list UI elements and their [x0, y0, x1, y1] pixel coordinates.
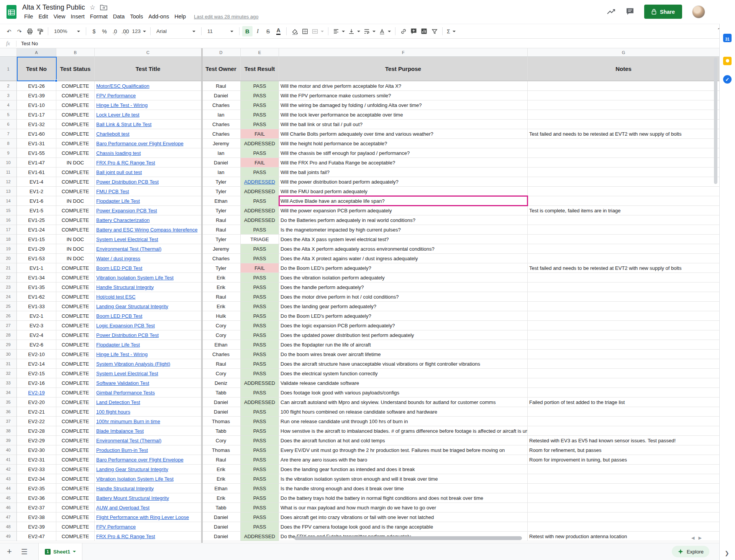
- cell-test-no[interactable]: EV2-1: [17, 311, 56, 321]
- row-number-35[interactable]: 35: [0, 397, 17, 407]
- insert-link-button[interactable]: [398, 26, 409, 36]
- cell-notes[interactable]: Failed portion of test added to the tria…: [528, 397, 719, 407]
- row-number-32[interactable]: 32: [0, 369, 17, 378]
- row-number-19[interactable]: 19: [0, 244, 17, 254]
- format-currency-button[interactable]: $: [89, 26, 99, 36]
- cell-test-result[interactable]: PASS: [241, 148, 279, 158]
- borders-button[interactable]: [300, 26, 310, 36]
- test-title-link[interactable]: 100hr minumum Burn in time: [96, 419, 160, 424]
- cell-test-no[interactable]: EV2-31: [17, 455, 56, 465]
- cell-test-status[interactable]: COMPLETE: [56, 302, 95, 311]
- bold-button[interactable]: B: [242, 26, 253, 36]
- cell-notes[interactable]: [528, 350, 719, 359]
- cell-notes[interactable]: [528, 282, 719, 292]
- cell-test-title[interactable]: Handle Structural Integrity: [95, 282, 202, 292]
- cell-test-title[interactable]: 100hr minumum Burn in time: [95, 417, 202, 426]
- cell-notes[interactable]: Retested with EV3 as EV5 had known senso…: [528, 436, 719, 445]
- menu-help[interactable]: Help: [172, 12, 189, 21]
- test-title-link[interactable]: Boom LED PCB Test: [96, 313, 142, 319]
- increase-decimal-button[interactable]: .00→: [120, 26, 130, 36]
- cell-notes[interactable]: [528, 417, 719, 426]
- cell-test-purpose[interactable]: Do the boom wires break over aircraft li…: [279, 350, 528, 359]
- more-formats-button[interactable]: 123: [130, 26, 148, 36]
- cell-test-status[interactable]: IN DOC: [56, 196, 95, 206]
- cell-notes[interactable]: [528, 388, 719, 397]
- cell-test-owner[interactable]: Daniel: [202, 522, 241, 532]
- cell-test-no[interactable]: EV1-17: [17, 110, 56, 120]
- cell-test-no[interactable]: EV2-6: [17, 340, 56, 350]
- cell-test-no[interactable]: EV1-29: [17, 244, 56, 254]
- cell-test-purpose[interactable]: Does the logic expansion PCB perform ade…: [279, 321, 528, 330]
- cell-notes[interactable]: [528, 426, 719, 436]
- cell-test-status[interactable]: COMPLETE: [56, 100, 95, 110]
- cell-test-result[interactable]: PASS: [241, 455, 279, 465]
- cell-test-purpose[interactable]: Is the magnetometer impacted by high cur…: [279, 225, 528, 235]
- zoom-select[interactable]: 100%: [51, 26, 83, 36]
- header-cell-test-purpose[interactable]: Test Purpose: [279, 57, 528, 81]
- cell-notes[interactable]: [528, 321, 719, 330]
- create-filter-button[interactable]: [429, 26, 440, 36]
- cell-test-status[interactable]: COMPLETE: [56, 532, 95, 541]
- row-number-14[interactable]: 14: [0, 196, 17, 206]
- cell-notes[interactable]: [528, 254, 719, 263]
- cell-test-result[interactable]: ADDRESSED: [241, 215, 279, 225]
- cell-test-no[interactable]: EV1-34: [17, 273, 56, 282]
- cell-test-title[interactable]: FRX Pro & RC Range Test: [95, 532, 202, 541]
- cell-notes[interactable]: [528, 148, 719, 158]
- cell-test-purpose[interactable]: Will the wiring be damaged by folding / …: [279, 100, 528, 110]
- test-title-link[interactable]: Vibration Isolation System Life Test: [96, 476, 174, 482]
- test-title-link[interactable]: Software Validation Test: [96, 380, 149, 386]
- row-number-10[interactable]: 10: [0, 158, 17, 168]
- row-number-40[interactable]: 40: [0, 445, 17, 455]
- cell-test-title[interactable]: FMU PCB Test: [95, 187, 202, 196]
- column-header-E[interactable]: E: [241, 48, 279, 57]
- cell-test-no[interactable]: EV2-10: [17, 350, 56, 359]
- test-title-link[interactable]: Production Burn-in Test: [96, 447, 148, 453]
- document-title[interactable]: Alta X Testing Public: [22, 3, 85, 11]
- cell-test-status[interactable]: COMPLETE: [56, 436, 95, 445]
- cell-test-result[interactable]: PASS: [241, 512, 279, 522]
- horizontal-scroll-arrows[interactable]: ◀▶: [691, 535, 702, 540]
- cell-test-result[interactable]: PASS: [241, 493, 279, 503]
- cell-test-title[interactable]: Land Detection Test: [95, 397, 202, 407]
- cell-test-status[interactable]: COMPLETE: [56, 455, 95, 465]
- test-title-link[interactable]: Environmental Test (Thermal): [96, 246, 161, 252]
- test-title-link[interactable]: System Level Electrical Test: [96, 236, 158, 242]
- cell-test-status[interactable]: COMPLETE: [56, 512, 95, 522]
- cell-test-no[interactable]: EV1-60: [17, 129, 56, 139]
- cell-notes[interactable]: [528, 512, 719, 522]
- select-all-corner[interactable]: [0, 48, 17, 57]
- cell-test-title[interactable]: Charliebolt test: [95, 129, 202, 139]
- row-number-22[interactable]: 22: [0, 273, 17, 282]
- row-number-48[interactable]: 48: [0, 522, 17, 532]
- cell-notes[interactable]: [528, 81, 719, 91]
- cell-test-purpose[interactable]: Is the handle strong enough and does it …: [279, 484, 528, 493]
- row-number-39[interactable]: 39: [0, 436, 17, 445]
- cell-test-result[interactable]: ADDRESSED: [241, 378, 279, 388]
- last-edit-link[interactable]: Last edit was 28 minutes ago: [194, 14, 258, 20]
- cell-test-result[interactable]: FAIL: [241, 129, 279, 139]
- test-title-link[interactable]: FPV Performance: [96, 93, 136, 99]
- cell-notes[interactable]: [528, 244, 719, 254]
- cell-test-result[interactable]: PASS: [241, 369, 279, 378]
- header-cell-test-title[interactable]: Test Title: [95, 57, 202, 81]
- row-number-41[interactable]: 41: [0, 455, 17, 465]
- fill-color-button[interactable]: [289, 26, 300, 36]
- cell-test-purpose[interactable]: Does the handle perform adequately?: [279, 282, 528, 292]
- cell-test-no[interactable]: EV1-4: [17, 177, 56, 187]
- cell-notes[interactable]: [528, 359, 719, 369]
- test-title-link[interactable]: Landing Gear Structural Integrity: [96, 304, 168, 309]
- cell-test-title[interactable]: Hot/cold test ESC: [95, 292, 202, 302]
- cell-test-title[interactable]: Battery Mount Structural Integrity: [95, 493, 202, 503]
- cell-notes[interactable]: [528, 302, 719, 311]
- cell-test-title[interactable]: Chassis loading test: [95, 148, 202, 158]
- cell-test-title[interactable]: Vibration Isolation System Life Test: [95, 474, 202, 484]
- test-title-link[interactable]: FMU PCB Test: [96, 189, 129, 194]
- cell-test-owner[interactable]: Erik: [202, 282, 241, 292]
- cell-test-purpose[interactable]: Will Charlie Bolts perform adequately ov…: [279, 129, 528, 139]
- cell-test-owner[interactable]: Cory: [202, 369, 241, 378]
- cell-test-owner[interactable]: Cory: [202, 321, 241, 330]
- cell-test-owner[interactable]: Ian: [202, 148, 241, 158]
- row-number-28[interactable]: 28: [0, 330, 17, 340]
- cell-test-result[interactable]: PASS: [241, 110, 279, 120]
